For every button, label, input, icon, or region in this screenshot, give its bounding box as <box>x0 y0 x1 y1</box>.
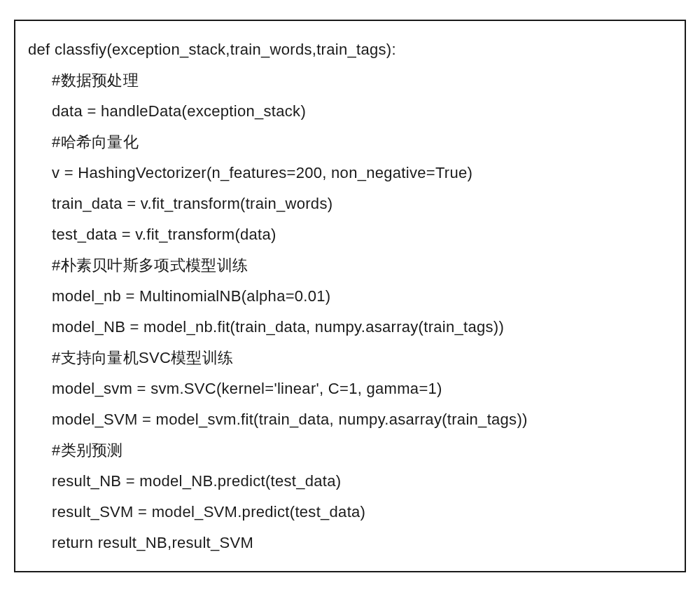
code-line: #哈希向量化 <box>28 135 672 150</box>
code-line: result_NB = model_NB.predict(test_data) <box>28 474 672 489</box>
code-line: #支持向量机SVC模型训练 <box>28 350 672 366</box>
code-line: model_nb = MultinomialNB(alpha=0.01) <box>28 289 672 304</box>
code-line: return result_NB,result_SVM <box>28 535 672 551</box>
code-line: result_SVM = model_SVM.predict(test_data… <box>28 504 672 520</box>
code-line: model_SVM = model_svm.fit(train_data, nu… <box>28 412 672 427</box>
code-line: #类别预测 <box>28 443 672 458</box>
code-line: def classfiy(exception_stack,train_words… <box>28 42 672 57</box>
code-line: test_data = v.fit_transform(data) <box>28 227 672 242</box>
code-line: v = HashingVectorizer(n_features=200, no… <box>28 165 672 181</box>
code-line: data = handleData(exception_stack) <box>28 104 672 119</box>
code-line: train_data = v.fit_transform(train_words… <box>28 196 672 212</box>
code-line: model_NB = model_nb.fit(train_data, nump… <box>28 319 672 335</box>
code-line: #朴素贝叶斯多项式模型训练 <box>28 258 672 273</box>
code-line: #数据预处理 <box>28 73 672 88</box>
code-line: model_svm = svm.SVC(kernel='linear', C=1… <box>28 381 672 397</box>
code-block: def classfiy(exception_stack,train_words… <box>14 20 686 572</box>
